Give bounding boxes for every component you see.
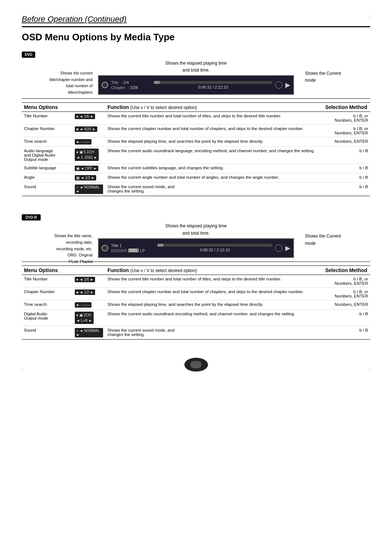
dvd-osd-diagram: Shows the elapsed playing time and total… bbox=[22, 60, 370, 95]
dvdr-row3-icon: ► --:--:-- bbox=[73, 300, 105, 309]
table-row: Chapter Number ■ ◄ 1/2 ► Shows the curre… bbox=[22, 287, 370, 300]
dvd-label-row: DVD bbox=[22, 52, 370, 58]
dvdr-row4-icon: ● ▣ 2CH◄ L+R ► bbox=[73, 309, 105, 326]
dvdr-row5-function: Shows the current sound mode, andchanges… bbox=[105, 326, 323, 339]
dvd-top-annotation: Shows the elapsed playing time and total… bbox=[98, 60, 294, 74]
dvdr-row2-option: Chapter Number bbox=[22, 287, 73, 300]
dvd-menu-table: Menu Options Function (Use v / V to sele… bbox=[22, 102, 370, 196]
dvdr-row1-function: Shows the current title number and total… bbox=[105, 275, 323, 287]
dvdr-row5-option: Sound bbox=[22, 326, 73, 339]
dvd-row5-function: Shows the current subtitles language, an… bbox=[105, 164, 323, 173]
dvd-col-function-header: Function (Use v / V to select desired op… bbox=[105, 103, 323, 112]
progress-bar bbox=[154, 81, 272, 84]
dvdr-time-display: 0:06:32 / 2:12:10 bbox=[158, 248, 272, 252]
time-display: 0:06:32 / 2:12:10 bbox=[154, 85, 272, 89]
dvd-right-annotation: Shows the Current mode bbox=[305, 70, 370, 84]
dvdr-disc-icon bbox=[102, 245, 108, 251]
dvd-row4-function: Shows the current audio soundtrack langu… bbox=[105, 147, 323, 164]
dvdr-row4-option: Digital AudioOutput mode bbox=[22, 309, 73, 326]
dvdr-circle-icon bbox=[275, 244, 282, 252]
table-row: Sound ○ ◄ NORMAL ► Shows the current sou… bbox=[22, 183, 370, 196]
dvdr-row1-icon: ● ◄ 1/6 ► bbox=[73, 275, 105, 287]
dvd-row6-option: Angle bbox=[22, 173, 73, 183]
dvd-row4-icon: ● ▣ 5.1CH◄ 1. ENG ► bbox=[73, 147, 105, 164]
dvdr-osd-diagram: Shows the elapsed playing time and total… bbox=[22, 223, 370, 258]
dvd-osd-info: Title : 1/4 Chapter : 3/28 bbox=[111, 80, 151, 90]
dvd-row2-function: Shows the current chapter number and tot… bbox=[105, 125, 323, 137]
dvd-section: DVD Shows the elapsed playing time and t… bbox=[22, 52, 370, 196]
table-row: Time search ► --:--:-- Shows the elapsed… bbox=[22, 137, 370, 147]
dvd-row3-selection: Numbers, ENTER bbox=[323, 137, 370, 147]
dvd-row1-icon: ● ◄ 1/6 ► bbox=[73, 112, 105, 125]
dvd-row5-option: Subtitle language bbox=[22, 164, 73, 173]
dvd-col-option-header: Menu Options bbox=[22, 103, 73, 112]
dvd-row6-selection: b / B bbox=[323, 173, 370, 183]
dvdr-section: DVD-R Shows the elapsed playing time and… bbox=[22, 214, 370, 339]
dvdr-row2-function: Shows the current chapter number and tot… bbox=[105, 287, 323, 300]
dvd-badge: DVD bbox=[22, 52, 35, 58]
dvd-row1-selection: b / B, orNumbers, ENTER bbox=[323, 112, 370, 125]
dvd-row3-icon: ► --:--:-- bbox=[73, 137, 105, 147]
dvd-left-annotation: Shows the current title/chapter number a… bbox=[22, 70, 93, 96]
dvd-row2-option: Chapter Number bbox=[22, 125, 73, 137]
table-row: Chapter Number ■ ◄ 4/26 ► Shows the curr… bbox=[22, 125, 370, 137]
dvdr-osd-progress: 0:06:32 / 2:12:10 bbox=[158, 244, 272, 252]
table-row: Subtitle language ▣ ◄ OFF ► Shows the cu… bbox=[22, 164, 370, 173]
dvd-row2-selection: b / B, orNumbers, ENTER bbox=[323, 125, 370, 137]
dvd-row7-icon: ○ ◄ NORMAL ► bbox=[73, 183, 105, 196]
page-header: Before Operation (Continued) bbox=[22, 15, 370, 27]
table-row: Audio languageand Digital AudioOutput mo… bbox=[22, 147, 370, 164]
disc-icon bbox=[102, 82, 108, 88]
dvdr-row2-selection: b / B, orNumbers, ENTER bbox=[323, 287, 370, 300]
play-button: ▶ bbox=[285, 81, 290, 89]
dvd-row4-selection: b / B bbox=[323, 147, 370, 164]
table-row: Digital AudioOutput mode ● ▣ 2CH◄ L+R ► … bbox=[22, 309, 370, 326]
dvd-row6-icon: ▩ ◄ 1/3 ► bbox=[73, 173, 105, 183]
dvd-row2-icon: ■ ◄ 4/26 ► bbox=[73, 125, 105, 137]
table-row: Sound ○ ◄ NORMAL ► Shows the current sou… bbox=[22, 326, 370, 339]
table-row: Time search ► --:--:-- Shows the elapsed… bbox=[22, 300, 370, 309]
dvdr-progress-bar bbox=[158, 244, 272, 247]
dvdr-badge: DVD-R bbox=[22, 214, 41, 220]
dvd-row3-function: Shows the elapsed playing time, and sear… bbox=[105, 137, 323, 147]
dvdr-osd-screen: Title 1 01/02/03 ORG LP 0:06:32 / 2:12:1… bbox=[98, 238, 294, 258]
table-row: Title Number ● ◄ 1/6 ► Shows the current… bbox=[22, 112, 370, 125]
dvdr-menu-table: Menu Options Function (Use v / V to sele… bbox=[22, 266, 370, 340]
table-row: Angle ▩ ◄ 1/3 ► Shows the current angle … bbox=[22, 173, 370, 183]
dvdr-top-annotation: Shows the elapsed playing time and total… bbox=[98, 223, 294, 236]
logo-shape bbox=[184, 358, 208, 372]
dvdr-col-selection-header: Selection Method bbox=[323, 266, 370, 275]
dvd-row5-selection: b / B bbox=[323, 164, 370, 173]
dvd-row1-function: Shows the current title number and total… bbox=[105, 112, 323, 125]
dvdr-row3-function: Shows the elapsed playing time, and sear… bbox=[105, 300, 323, 309]
dvd-row6-function: Shows the current angle number and total… bbox=[105, 173, 323, 183]
dvd-row7-function: Shows the current sound mode, andchanges… bbox=[105, 183, 323, 196]
dvdr-osd-info: Title 1 01/02/03 ORG LP bbox=[111, 243, 155, 253]
dvd-row7-selection: b / B bbox=[323, 183, 370, 196]
dvd-osd-progress: 0:06:32 / 2:12:10 bbox=[154, 81, 272, 89]
dvd-row1-option: Title Number bbox=[22, 112, 73, 125]
dvdr-play-button: ▶ bbox=[285, 244, 290, 252]
dvd-osd-screen: Title : 1/4 Chapter : 3/28 0:06:32 / 2:1… bbox=[98, 75, 294, 95]
dvdr-row3-selection: Numbers, ENTER bbox=[323, 300, 370, 309]
dvd-row4-option: Audio languageand Digital AudioOutput mo… bbox=[22, 147, 73, 164]
dvdr-row4-selection: b / B bbox=[323, 309, 370, 326]
table-row: Title Number ● ◄ 1/6 ► Shows the current… bbox=[22, 275, 370, 287]
dvd-row3-option: Time search bbox=[22, 137, 73, 147]
dvdr-row4-function: Shows the current audio soundtrack encod… bbox=[105, 309, 323, 326]
dvdr-row5-selection: b / B bbox=[323, 326, 370, 339]
dvd-col-selection-header: Selection Method bbox=[323, 103, 370, 112]
section-title: OSD Menu Options by Media Type bbox=[22, 32, 370, 43]
dvdr-col-function-header: Function (Use v / V to select desired op… bbox=[105, 266, 323, 275]
dvdr-row5-icon: ○ ◄ NORMAL ► bbox=[73, 326, 105, 339]
dvd-row5-icon: ▣ ◄ OFF ► bbox=[73, 164, 105, 173]
dvdr-row2-icon: ■ ◄ 1/2 ► bbox=[73, 287, 105, 300]
dvdr-row1-option: Title Number bbox=[22, 275, 73, 287]
bottom-logo-area bbox=[22, 358, 370, 372]
dvdr-right-annotation: Shows the Current mode bbox=[305, 233, 370, 247]
dvdr-row3-option: Time search bbox=[22, 300, 73, 309]
dvdr-col-option-header: Menu Options bbox=[22, 266, 73, 275]
dvdr-row1-selection: b / B, orNumbers, ENTER bbox=[323, 275, 370, 287]
dvdr-label-row: DVD-R bbox=[22, 214, 370, 220]
circle-icon bbox=[275, 81, 282, 89]
